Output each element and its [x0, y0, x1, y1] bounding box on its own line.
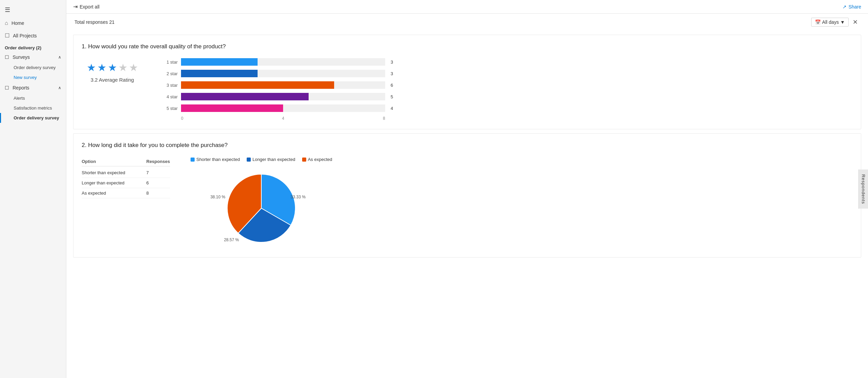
sidebar-item-order-delivery-report[interactable]: Order delivery survey — [0, 113, 66, 123]
q2-row-3: As expected 8 — [82, 188, 170, 198]
top-bar: ⇥ Export all ↗ Share — [66, 0, 868, 14]
q2-responses-1: 7 — [146, 170, 167, 175]
sidebar-home-label: Home — [12, 20, 24, 26]
star-section: ★ ★ ★ ★ ★ 3.2 Average Rating 1 star 3 2 … — [82, 58, 853, 121]
bar-label-4: 4 star — [163, 94, 178, 99]
col-header-option: Option — [82, 159, 136, 164]
average-rating-label: 3.2 Average Rating — [91, 77, 134, 83]
star-5: ★ — [129, 62, 138, 73]
legend-longer: Longer than expected — [247, 157, 295, 162]
legend-dot-as-expected — [302, 158, 306, 162]
bar-chart: 1 star 3 2 star 3 3 star 6 4 star 5 5 st… — [163, 58, 853, 121]
sidebar-item-satisfaction-metrics[interactable]: Satisfaction metrics — [0, 103, 66, 113]
respondents-tab[interactable]: Respondents — [858, 169, 868, 209]
pie-percent-longer: 28.57 % — [224, 237, 239, 242]
star-1: ★ — [87, 62, 96, 73]
share-label: Share — [849, 4, 861, 10]
surveys-label: Surveys — [13, 54, 30, 60]
pie-chart-container: 33.33 % 28.57 % 38.10 % — [220, 167, 302, 249]
col-header-responses: Responses — [146, 159, 167, 164]
home-icon: ⌂ — [5, 20, 8, 26]
share-button[interactable]: ↗ Share — [842, 4, 861, 10]
surveys-icon: ☐ — [5, 54, 9, 60]
star-rating-display: ★ ★ ★ ★ ★ 3.2 Average Rating — [82, 58, 143, 83]
legend-label-as-expected: As expected — [308, 157, 332, 162]
q2-responses-2: 6 — [146, 180, 167, 185]
legend-dot-longer — [247, 158, 251, 162]
sidebar-item-all-projects[interactable]: ☐ All Projects — [0, 29, 66, 42]
days-filter-chevron: ▼ — [840, 19, 845, 25]
bar-row-2: 2 star 3 — [163, 70, 853, 77]
axis-8: 8 — [383, 116, 385, 121]
bar-label-2: 2 star — [163, 71, 178, 76]
sidebar-item-home[interactable]: ⌂ Home — [0, 17, 66, 29]
surveys-chevron: ∧ — [58, 55, 61, 60]
bar-label-1: 1 star — [163, 60, 178, 65]
q2-option-3: As expected — [82, 191, 136, 196]
sidebar-item-order-delivery-survey[interactable]: Order delivery survey — [0, 63, 66, 72]
reports-chevron: ∧ — [58, 85, 61, 90]
pie-chart-svg — [220, 167, 302, 249]
export-label: Export all — [80, 4, 99, 10]
star-4: ★ — [118, 62, 128, 73]
days-filter-label: All days — [822, 19, 839, 25]
bar-value-2: 3 — [391, 71, 396, 76]
pie-percent-as-expected: 38.10 % — [210, 195, 225, 199]
pie-percent-shorter: 33.33 % — [291, 195, 306, 199]
axis-0: 0 — [181, 116, 183, 121]
bar-row-5: 5 star 4 — [163, 104, 853, 112]
legend-as-expected: As expected — [302, 157, 332, 162]
bar-row-4: 4 star 5 — [163, 93, 853, 100]
menu-icon[interactable]: ☰ — [0, 3, 66, 17]
main-content: ⇥ Export all ↗ Share Total responses 21 … — [66, 0, 868, 378]
axis-4: 4 — [282, 116, 284, 121]
share-icon: ↗ — [842, 4, 847, 10]
chart-axis: 0 4 8 — [181, 116, 385, 121]
content-area: Total responses 21 📅 All days ▼ ✕ 1. How… — [66, 14, 868, 378]
calendar-icon: 📅 — [815, 19, 821, 25]
bar-row-1: 1 star 3 — [163, 58, 853, 66]
sidebar-item-new-survey[interactable]: New survey — [0, 72, 66, 82]
export-icon: ⇥ — [73, 3, 78, 10]
bar-track-4 — [181, 93, 385, 100]
bar-track-1 — [181, 58, 385, 66]
q2-row-2: Longer than expected 6 — [82, 178, 170, 188]
bar-fill-5 — [181, 104, 283, 112]
bar-value-5: 4 — [391, 106, 396, 111]
question-1-card: 1. How would you rate the overall qualit… — [73, 35, 861, 129]
collapse-button[interactable]: ✕ — [851, 18, 860, 27]
projects-icon: ☐ — [5, 32, 10, 39]
legend-shorter: Shorter than expected — [191, 157, 240, 162]
pie-legend: Shorter than expected Longer than expect… — [191, 157, 332, 162]
legend-label-shorter: Shorter than expected — [196, 157, 240, 162]
sidebar-item-alerts[interactable]: Alerts — [0, 93, 66, 103]
reports-label: Reports — [13, 85, 29, 91]
sidebar: ☰ ⌂ Home ☐ All Projects Order delivery (… — [0, 0, 66, 378]
star-2: ★ — [97, 62, 107, 73]
bar-fill-2 — [181, 70, 258, 77]
question-1-title: 1. How would you rate the overall qualit… — [82, 43, 853, 50]
stars-row: ★ ★ ★ ★ ★ — [87, 62, 138, 73]
legend-label-longer: Longer than expected — [252, 157, 295, 162]
q2-option-2: Longer than expected — [82, 180, 136, 185]
legend-dot-shorter — [191, 158, 195, 162]
export-button[interactable]: ⇥ Export all — [73, 3, 99, 10]
q2-table: Option Responses Shorter than expected 7… — [82, 157, 170, 198]
question-2-title: 2. How long did it take for you to compl… — [82, 142, 853, 149]
sidebar-reports-section[interactable]: ☐ Reports ∧ — [0, 82, 66, 93]
days-filter-dropdown[interactable]: 📅 All days ▼ — [811, 18, 849, 27]
bar-track-2 — [181, 70, 385, 77]
bar-fill-1 — [181, 58, 258, 66]
q2-option-1: Shorter than expected — [82, 170, 136, 175]
pie-chart-section: Shorter than expected Longer than expect… — [191, 157, 332, 249]
reports-icon: ☐ — [5, 85, 9, 91]
total-responses: Total responses 21 — [75, 19, 115, 25]
bar-label-3: 3 star — [163, 83, 178, 88]
bar-value-4: 5 — [391, 94, 396, 99]
question-2-card: 2. How long did it take for you to compl… — [73, 133, 861, 258]
bar-track-5 — [181, 104, 385, 112]
q2-table-header: Option Responses — [82, 157, 170, 166]
bar-value-1: 3 — [391, 60, 396, 65]
bar-fill-4 — [181, 93, 309, 100]
sidebar-surveys-section[interactable]: ☐ Surveys ∧ — [0, 52, 66, 63]
